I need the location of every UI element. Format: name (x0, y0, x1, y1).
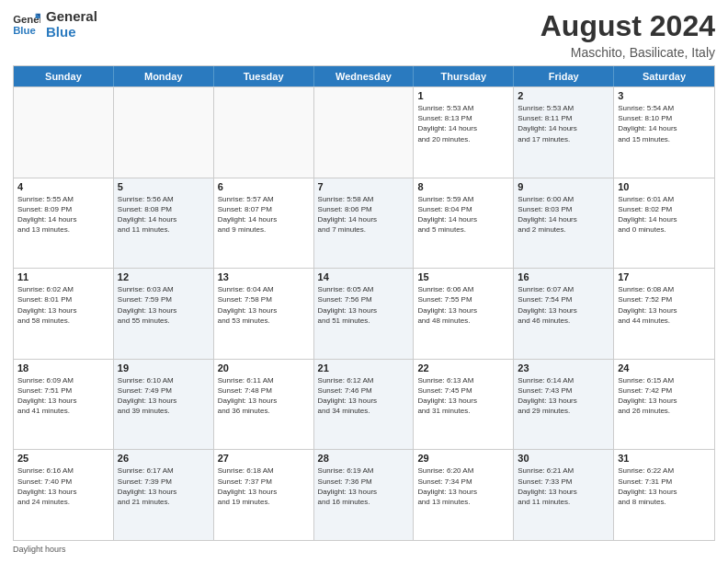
calendar-cell: 14Sunrise: 6:05 AM Sunset: 7:56 PM Dayli… (314, 269, 415, 359)
day-number: 16 (518, 271, 609, 282)
day-info: Sunrise: 6:09 AM Sunset: 7:51 PM Dayligh… (17, 375, 109, 417)
day-number: 6 (218, 181, 310, 192)
day-info: Sunrise: 6:08 AM Sunset: 7:52 PM Dayligh… (618, 284, 711, 326)
day-number: 17 (618, 271, 711, 282)
calendar-cell (14, 87, 114, 178)
calendar-cell: 31Sunrise: 6:22 AM Sunset: 7:31 PM Dayli… (614, 450, 714, 540)
day-info: Sunrise: 5:58 AM Sunset: 8:06 PM Dayligh… (318, 194, 410, 236)
day-info: Sunrise: 6:13 AM Sunset: 7:45 PM Dayligh… (417, 375, 509, 417)
day-number: 29 (417, 453, 509, 464)
day-info: Sunrise: 6:07 AM Sunset: 7:54 PM Dayligh… (518, 284, 609, 326)
day-number: 7 (318, 181, 410, 192)
day-number: 19 (118, 362, 210, 373)
svg-text:Blue: Blue (13, 24, 36, 35)
day-info: Sunrise: 5:53 AM Sunset: 8:13 PM Dayligh… (417, 103, 509, 144)
calendar-cell: 1Sunrise: 5:53 AM Sunset: 8:13 PM Daylig… (414, 87, 514, 178)
calendar-header-cell: Thursday (414, 66, 514, 86)
day-info: Sunrise: 6:16 AM Sunset: 7:40 PM Dayligh… (17, 465, 109, 507)
day-info: Sunrise: 6:00 AM Sunset: 8:03 PM Dayligh… (518, 194, 609, 236)
day-info: Sunrise: 6:21 AM Sunset: 7:33 PM Dayligh… (518, 465, 609, 507)
day-info: Sunrise: 5:57 AM Sunset: 8:07 PM Dayligh… (218, 194, 310, 236)
calendar-row: 11Sunrise: 6:02 AM Sunset: 8:01 PM Dayli… (14, 268, 714, 359)
calendar-cell: 5Sunrise: 5:56 AM Sunset: 8:08 PM Daylig… (114, 178, 214, 269)
logo-line1: General (46, 9, 97, 25)
calendar-row: 25Sunrise: 6:16 AM Sunset: 7:40 PM Dayli… (14, 449, 714, 540)
day-number: 30 (518, 453, 609, 464)
day-info: Sunrise: 6:02 AM Sunset: 8:01 PM Dayligh… (17, 284, 109, 326)
day-number: 11 (17, 271, 109, 282)
calendar-cell (214, 87, 314, 178)
calendar-header-cell: Monday (114, 66, 214, 86)
calendar-cell: 28Sunrise: 6:19 AM Sunset: 7:36 PM Dayli… (314, 450, 415, 540)
day-info: Sunrise: 5:55 AM Sunset: 8:09 PM Dayligh… (17, 194, 109, 236)
day-number: 5 (118, 181, 210, 192)
header: General Blue General Blue August 2024 Ma… (13, 9, 715, 60)
day-info: Sunrise: 5:56 AM Sunset: 8:08 PM Dayligh… (118, 194, 210, 236)
calendar-cell: 13Sunrise: 6:04 AM Sunset: 7:58 PM Dayli… (214, 269, 314, 359)
day-number: 31 (618, 453, 711, 464)
day-number: 15 (417, 271, 509, 282)
day-number: 22 (417, 362, 509, 373)
day-number: 26 (118, 453, 210, 464)
calendar-cell: 6Sunrise: 5:57 AM Sunset: 8:07 PM Daylig… (214, 178, 314, 269)
calendar-cell: 9Sunrise: 6:00 AM Sunset: 8:03 PM Daylig… (514, 178, 614, 269)
page: General Blue General Blue August 2024 Ma… (0, 0, 728, 563)
day-number: 4 (17, 181, 109, 192)
calendar-cell: 3Sunrise: 5:54 AM Sunset: 8:10 PM Daylig… (614, 87, 714, 178)
calendar-cell: 20Sunrise: 6:11 AM Sunset: 7:48 PM Dayli… (214, 360, 314, 450)
calendar-header-cell: Sunday (14, 66, 114, 86)
calendar-header-cell: Tuesday (214, 66, 314, 86)
day-number: 13 (218, 271, 310, 282)
calendar-cell: 27Sunrise: 6:18 AM Sunset: 7:37 PM Dayli… (214, 450, 314, 540)
day-info: Sunrise: 6:11 AM Sunset: 7:48 PM Dayligh… (218, 375, 310, 417)
calendar-row: 1Sunrise: 5:53 AM Sunset: 8:13 PM Daylig… (14, 86, 714, 178)
calendar-cell: 23Sunrise: 6:14 AM Sunset: 7:43 PM Dayli… (514, 360, 614, 450)
calendar-cell: 21Sunrise: 6:12 AM Sunset: 7:46 PM Dayli… (314, 360, 415, 450)
day-number: 10 (618, 181, 711, 192)
day-info: Sunrise: 6:14 AM Sunset: 7:43 PM Dayligh… (518, 375, 609, 417)
calendar-cell (314, 87, 415, 178)
calendar-cell: 29Sunrise: 6:20 AM Sunset: 7:34 PM Dayli… (414, 450, 514, 540)
calendar-cell: 24Sunrise: 6:15 AM Sunset: 7:42 PM Dayli… (614, 360, 714, 450)
calendar-cell: 15Sunrise: 6:06 AM Sunset: 7:55 PM Dayli… (414, 269, 514, 359)
calendar-cell: 26Sunrise: 6:17 AM Sunset: 7:39 PM Dayli… (114, 450, 214, 540)
calendar-cell: 7Sunrise: 5:58 AM Sunset: 8:06 PM Daylig… (314, 178, 415, 269)
day-number: 21 (318, 362, 410, 373)
footer-note: Daylight hours (13, 545, 715, 554)
calendar-body: 1Sunrise: 5:53 AM Sunset: 8:13 PM Daylig… (14, 86, 714, 540)
day-number: 3 (618, 90, 711, 101)
title-block: August 2024 Maschito, Basilicate, Italy (540, 9, 715, 60)
day-number: 20 (218, 362, 310, 373)
main-title: August 2024 (540, 9, 715, 43)
day-info: Sunrise: 5:54 AM Sunset: 8:10 PM Dayligh… (618, 103, 711, 144)
calendar-cell: 18Sunrise: 6:09 AM Sunset: 7:51 PM Dayli… (14, 360, 114, 450)
logo: General Blue General Blue (13, 9, 97, 40)
calendar-row: 18Sunrise: 6:09 AM Sunset: 7:51 PM Dayli… (14, 359, 714, 450)
day-info: Sunrise: 6:18 AM Sunset: 7:37 PM Dayligh… (218, 465, 310, 507)
day-number: 12 (118, 271, 210, 282)
day-number: 9 (518, 181, 609, 192)
calendar-cell: 10Sunrise: 6:01 AM Sunset: 8:02 PM Dayli… (614, 178, 714, 269)
calendar-cell: 11Sunrise: 6:02 AM Sunset: 8:01 PM Dayli… (14, 269, 114, 359)
calendar: SundayMondayTuesdayWednesdayThursdayFrid… (13, 65, 715, 541)
day-number: 2 (518, 90, 609, 101)
day-info: Sunrise: 5:59 AM Sunset: 8:04 PM Dayligh… (417, 194, 509, 236)
calendar-cell: 25Sunrise: 6:16 AM Sunset: 7:40 PM Dayli… (14, 450, 114, 540)
day-info: Sunrise: 6:10 AM Sunset: 7:49 PM Dayligh… (118, 375, 210, 417)
day-number: 14 (318, 271, 410, 282)
calendar-cell: 22Sunrise: 6:13 AM Sunset: 7:45 PM Dayli… (414, 360, 514, 450)
calendar-header-cell: Saturday (614, 66, 714, 86)
day-info: Sunrise: 6:15 AM Sunset: 7:42 PM Dayligh… (618, 375, 711, 417)
calendar-cell: 16Sunrise: 6:07 AM Sunset: 7:54 PM Dayli… (514, 269, 614, 359)
day-info: Sunrise: 6:06 AM Sunset: 7:55 PM Dayligh… (417, 284, 509, 326)
day-number: 27 (218, 453, 310, 464)
calendar-cell: 12Sunrise: 6:03 AM Sunset: 7:59 PM Dayli… (114, 269, 214, 359)
day-number: 25 (17, 453, 109, 464)
calendar-cell: 2Sunrise: 5:53 AM Sunset: 8:11 PM Daylig… (514, 87, 614, 178)
day-number: 23 (518, 362, 609, 373)
day-info: Sunrise: 6:19 AM Sunset: 7:36 PM Dayligh… (318, 465, 410, 507)
calendar-cell: 4Sunrise: 5:55 AM Sunset: 8:09 PM Daylig… (14, 178, 114, 269)
day-info: Sunrise: 5:53 AM Sunset: 8:11 PM Dayligh… (518, 103, 609, 144)
calendar-cell: 30Sunrise: 6:21 AM Sunset: 7:33 PM Dayli… (514, 450, 614, 540)
day-info: Sunrise: 6:03 AM Sunset: 7:59 PM Dayligh… (118, 284, 210, 326)
